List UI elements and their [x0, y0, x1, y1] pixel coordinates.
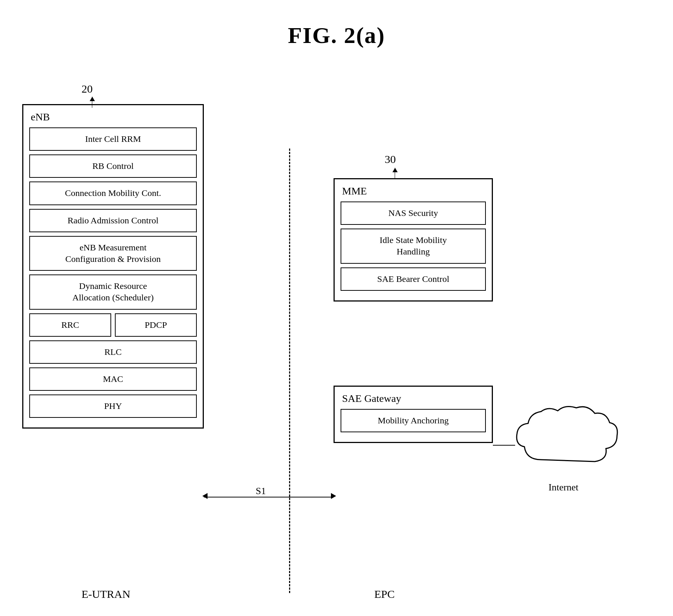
- mme-block: MME NAS Security Idle State MobilityHand…: [334, 178, 493, 302]
- dynamic-resource-box: Dynamic ResourceAllocation (Scheduler): [29, 274, 197, 309]
- diagram-container: 20 eNB Inter Cell RRM RB Control Connect…: [0, 67, 673, 616]
- rb-control-box: RB Control: [29, 154, 197, 178]
- enb-block: eNB Inter Cell RRM RB Control Connection…: [22, 104, 204, 429]
- mme-label: MME: [342, 185, 486, 197]
- connection-mobility-box: Connection Mobility Cont.: [29, 182, 197, 205]
- enb-label: eNB: [31, 111, 197, 123]
- cloud-svg: [511, 400, 630, 475]
- phy-box: PHY: [29, 394, 197, 418]
- internet-label: Internet: [548, 482, 578, 493]
- s1-arrow-right: [331, 493, 336, 499]
- nas-security-box: NAS Security: [341, 202, 486, 225]
- e-utran-label: E-UTRAN: [82, 588, 130, 600]
- enb-measurement-box: eNB MeasurementConfiguration & Provision: [29, 236, 197, 271]
- rlc-box: RLC: [29, 340, 197, 364]
- s1-line: [204, 497, 334, 497]
- sae-bearer-box: SAE Bearer Control: [341, 267, 486, 291]
- mac-box: MAC: [29, 367, 197, 391]
- sae-gateway-label: SAE Gateway: [342, 393, 486, 404]
- mme-number-arrow: [395, 168, 395, 179]
- gateway-internet-line: [493, 445, 515, 446]
- inter-cell-rrm-box: Inter Cell RRM: [29, 127, 197, 151]
- rrc-box: RRC: [29, 313, 111, 337]
- internet-cloud: Internet: [511, 400, 630, 497]
- epc-label: EPC: [374, 588, 395, 600]
- idle-state-box: Idle State MobilityHandling: [341, 229, 486, 263]
- rrc-pdcp-row: RRC PDCP: [29, 313, 197, 337]
- s1-label: S1: [256, 486, 266, 497]
- mobility-anchoring-box: Mobility Anchoring: [341, 409, 486, 432]
- dashed-separator: [289, 149, 290, 593]
- radio-admission-box: Radio Admission Control: [29, 209, 197, 232]
- pdcp-box: PDCP: [115, 313, 197, 337]
- mme-number-label: 30: [385, 153, 396, 166]
- enb-number-label: 20: [82, 83, 93, 95]
- s1-arrow-left: [202, 493, 208, 499]
- page-title: FIG. 2(a): [0, 0, 673, 63]
- sae-gateway-block: SAE Gateway Mobility Anchoring: [334, 386, 493, 443]
